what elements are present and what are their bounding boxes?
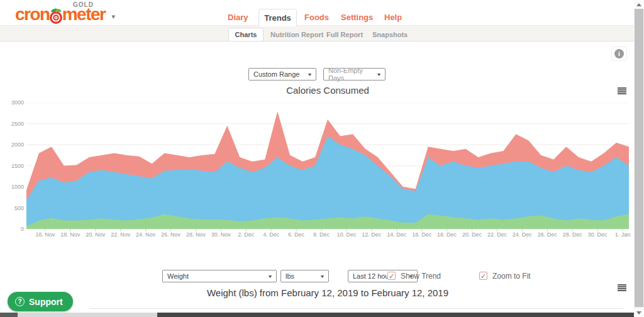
x-axis-label: 1. Jan bbox=[608, 231, 638, 238]
zoom-to-fit-label[interactable]: Zoom to Fit bbox=[492, 272, 531, 281]
days-filter-select[interactable]: Non-Empty Days ▼ bbox=[323, 68, 386, 81]
subtab-snapshots[interactable]: Snapshots bbox=[372, 31, 408, 38]
weight-chart-title: Weight (lbs) from February 12, 2019 to F… bbox=[26, 287, 629, 298]
chevron-down-icon: ▼ bbox=[267, 274, 273, 279]
show-trend-label[interactable]: Show Trend bbox=[401, 272, 441, 281]
y-axis-label: 2000 bbox=[5, 142, 24, 148]
scroll-down-button[interactable] bbox=[634, 308, 644, 317]
window-edge-segment bbox=[18, 313, 157, 317]
range-select[interactable]: Custom Range ▼ bbox=[248, 68, 316, 81]
weight-chart-top-border bbox=[90, 308, 623, 309]
cronometer-logo[interactable]: cron meter ▾ bbox=[15, 5, 115, 24]
range-select-value: Custom Range bbox=[253, 70, 299, 78]
info-icon: i bbox=[614, 49, 624, 58]
logo-dropdown-caret-icon[interactable]: ▾ bbox=[111, 13, 115, 21]
info-button[interactable]: i bbox=[611, 47, 627, 61]
y-axis-label: 0 bbox=[5, 226, 24, 232]
scroll-up-button[interactable] bbox=[634, 0, 644, 9]
calories-chart-title: Calories Consumed bbox=[26, 85, 629, 96]
support-button-label: Support bbox=[29, 297, 63, 307]
window-edge-segment bbox=[0, 313, 18, 317]
y-axis-label: 1500 bbox=[5, 163, 24, 169]
y-axis-label: 1000 bbox=[5, 184, 24, 190]
scrollbar-thumb[interactable] bbox=[635, 9, 643, 307]
cronometer-trends-page: cron meter ▾ GOLD Diary Trends Foods Set… bbox=[0, 0, 644, 317]
y-axis-label: 2500 bbox=[5, 121, 24, 127]
zoom-to-fit-checkbox[interactable]: ✓ bbox=[479, 272, 487, 280]
y-axis-label: 3000 bbox=[5, 99, 24, 106]
support-button[interactable]: ? Support bbox=[8, 292, 73, 311]
subtab-full-report[interactable]: Full Report bbox=[326, 31, 363, 38]
chart-menu-icon[interactable] bbox=[618, 284, 626, 291]
nav-item-trends-active[interactable]: Trends bbox=[258, 9, 297, 26]
metric-select-value: Weight bbox=[167, 272, 189, 280]
chevron-down-icon: ▼ bbox=[307, 72, 313, 77]
chevron-down-icon: ▼ bbox=[319, 274, 325, 279]
tomato-target-icon bbox=[48, 8, 64, 25]
gold-badge: GOLD bbox=[73, 1, 94, 8]
arrow-up-icon bbox=[636, 3, 641, 6]
unit-select-value: lbs bbox=[286, 272, 294, 280]
show-trend-checkbox[interactable]: ✓ bbox=[387, 272, 396, 280]
chart-menu-icon[interactable] bbox=[618, 87, 626, 94]
subtab-charts-active[interactable]: Charts bbox=[228, 28, 264, 42]
nav-item-help[interactable]: Help bbox=[384, 13, 402, 22]
window-edge-segment bbox=[157, 313, 634, 317]
arrow-down-icon bbox=[636, 311, 641, 314]
subtab-nutrition-report[interactable]: Nutrition Report bbox=[270, 31, 323, 38]
question-mark-icon: ? bbox=[15, 297, 25, 306]
y-axis-label: 500 bbox=[5, 205, 24, 211]
unit-select[interactable]: lbs ▼ bbox=[280, 270, 329, 282]
chevron-down-icon: ▼ bbox=[376, 72, 382, 77]
app-header: cron meter ▾ GOLD Diary Trends Foods Set… bbox=[0, 0, 644, 26]
nav-item-foods[interactable]: Foods bbox=[304, 13, 329, 22]
metric-select[interactable]: Weight ▼ bbox=[162, 270, 277, 282]
logo-text-cron: cron bbox=[15, 5, 50, 24]
days-filter-value: Non-Empty Days bbox=[328, 67, 377, 82]
vertical-scrollbar[interactable] bbox=[634, 0, 644, 317]
calories-area-chart[interactable] bbox=[26, 103, 629, 233]
nav-item-settings[interactable]: Settings bbox=[341, 13, 373, 22]
nav-item-diary[interactable]: Diary bbox=[228, 13, 248, 22]
